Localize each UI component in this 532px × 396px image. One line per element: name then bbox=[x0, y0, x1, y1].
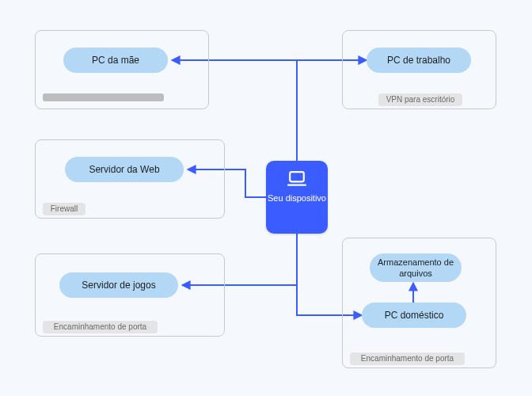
pill-label: Servidor de jogos bbox=[82, 280, 155, 291]
pill-label: PC da mãe bbox=[92, 55, 139, 66]
hub-label: Seu dispositivo bbox=[266, 192, 328, 204]
pill-label: PC de trabalho bbox=[387, 55, 450, 66]
tag-vpn-office: VPN para escritório bbox=[378, 93, 462, 106]
pill-moms-pc: PC da mãe bbox=[63, 48, 168, 73]
tag-port-forward-right: Encaminhamento de porta bbox=[350, 352, 465, 365]
pill-web-server: Servidor da Web bbox=[65, 157, 184, 182]
laptop-icon bbox=[286, 170, 308, 188]
diagram-stage: PC da mãe PC de trabalho VPN para escrit… bbox=[0, 0, 532, 396]
tag-label: Firewall bbox=[51, 204, 78, 213]
pill-file-storage: Armazenamento de arquivos bbox=[370, 253, 462, 282]
pill-label: PC doméstico bbox=[385, 310, 444, 321]
hub-your-device: Seu dispositivo bbox=[266, 161, 328, 234]
svg-rect-0 bbox=[290, 172, 304, 181]
tag-label: Encaminhamento de porta bbox=[54, 322, 146, 331]
tag-firewall: Firewall bbox=[43, 203, 86, 215]
pill-game-server: Servidor de jogos bbox=[59, 272, 178, 298]
pill-work-pc: PC de trabalho bbox=[367, 48, 471, 73]
tag-label: Encaminhamento de porta bbox=[361, 354, 454, 363]
tag-port-forward-left: Encaminhamento de porta bbox=[43, 321, 158, 333]
grey-placeholder-bar bbox=[43, 93, 164, 101]
pill-label: Servidor da Web bbox=[89, 164, 159, 175]
pill-home-pc: PC doméstico bbox=[362, 303, 466, 328]
pill-label: Armazenamento de arquivos bbox=[378, 257, 454, 279]
tag-label: VPN para escritório bbox=[386, 95, 455, 104]
